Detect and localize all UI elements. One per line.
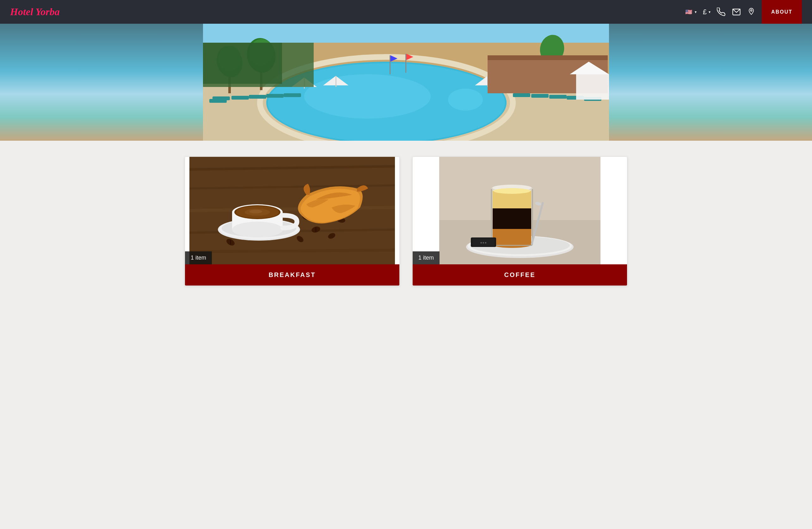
coffee-item-badge: 1 item	[412, 251, 439, 264]
svg-point-7	[304, 74, 431, 119]
svg-text:■ ■ ■: ■ ■ ■	[481, 241, 487, 244]
location-button[interactable]	[747, 8, 755, 16]
svg-rect-19	[231, 96, 249, 100]
hero-banner	[0, 24, 812, 141]
coffee-card: ■ ■ ■ 1 item COFFEE	[412, 157, 627, 286]
phone-icon	[717, 8, 726, 16]
navbar: Hotel Yorba 🇺🇸 ▾ £ ▾ AB	[0, 0, 812, 24]
svg-rect-42	[405, 54, 406, 73]
hero-image	[0, 24, 812, 141]
svg-point-45	[448, 89, 483, 111]
main-content: 1 item BREAKFAST	[0, 141, 812, 302]
svg-rect-23	[513, 93, 530, 97]
currency-symbol: £	[703, 8, 707, 16]
currency-selector[interactable]: £ ▾	[703, 8, 710, 16]
svg-rect-20	[249, 95, 266, 99]
navbar-right: 🇺🇸 ▾ £ ▾ ABOUT	[685, 0, 802, 24]
breakfast-image-wrapper: 1 item	[185, 157, 400, 264]
svg-rect-40	[390, 55, 391, 74]
svg-line-53	[189, 250, 395, 252]
svg-rect-82	[493, 208, 531, 229]
phone-button[interactable]	[717, 8, 726, 16]
flag-emoji: 🇺🇸	[685, 9, 692, 15]
flag-chevron: ▾	[695, 10, 697, 14]
breakfast-illustration	[185, 157, 400, 264]
svg-rect-18	[209, 99, 227, 103]
coffee-image-wrapper: ■ ■ ■ 1 item	[412, 157, 627, 264]
svg-marker-46	[576, 74, 609, 100]
coffee-illustration: ■ ■ ■	[412, 157, 627, 264]
svg-rect-24	[531, 94, 549, 98]
svg-point-63	[249, 210, 262, 214]
svg-rect-22	[284, 93, 301, 97]
coffee-badge-text: 1 item	[418, 254, 434, 261]
svg-rect-25	[549, 95, 567, 99]
breakfast-image	[185, 157, 400, 264]
svg-rect-31	[335, 76, 336, 87]
mail-icon	[732, 8, 741, 16]
cards-grid: 1 item BREAKFAST	[185, 157, 627, 286]
svg-point-1	[751, 10, 752, 11]
svg-point-88	[494, 188, 530, 194]
svg-point-59	[232, 222, 283, 237]
language-selector[interactable]: 🇺🇸 ▾	[685, 9, 697, 15]
svg-point-84	[493, 241, 531, 248]
svg-rect-21	[266, 94, 284, 98]
breakfast-badge-text: 1 item	[191, 254, 206, 261]
breakfast-card: 1 item BREAKFAST	[185, 157, 400, 286]
hotel-logo: Hotel Yorba	[10, 6, 60, 18]
coffee-image: ■ ■ ■	[412, 157, 627, 264]
svg-rect-37	[488, 55, 608, 60]
breakfast-item-badge: 1 item	[185, 251, 212, 264]
breakfast-button[interactable]: BREAKFAST	[185, 264, 400, 285]
about-button[interactable]: ABOUT	[762, 0, 802, 24]
coffee-button[interactable]: COFFEE	[412, 264, 627, 285]
mail-button[interactable]	[732, 8, 741, 16]
svg-rect-39	[203, 43, 282, 84]
location-icon	[747, 8, 755, 16]
currency-chevron: ▾	[709, 10, 710, 14]
